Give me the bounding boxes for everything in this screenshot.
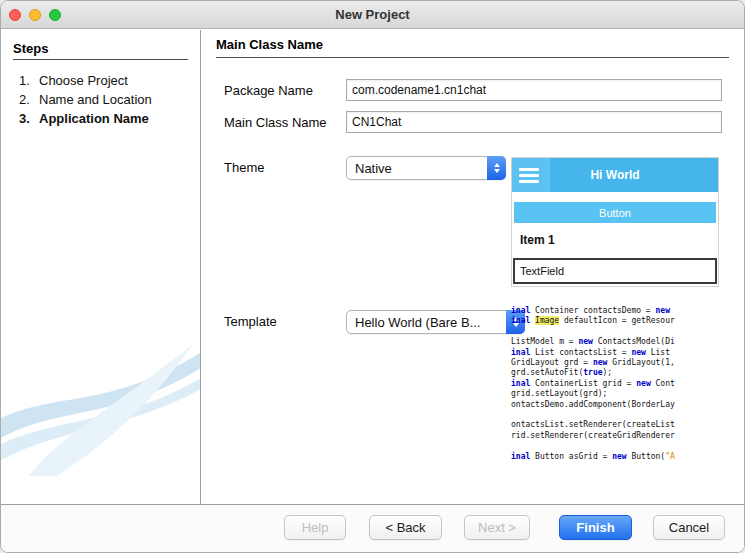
new-project-window: New Project Steps 1.Choose Project2.Name… xyxy=(0,0,745,553)
main-class-name-label: Main Class Name xyxy=(224,112,327,134)
traffic-lights xyxy=(9,1,61,28)
theme-label: Theme xyxy=(224,157,264,179)
code-line: inal Image defaultIcon = getResour xyxy=(511,316,744,326)
preview-list-item: Item 1 xyxy=(512,223,718,258)
code-line: grid.setLayout(grd); xyxy=(511,389,744,399)
code-line: ontactsDemo.addComponent(BorderLay xyxy=(511,400,744,410)
code-line: inal List contactsList = new List xyxy=(511,348,744,358)
code-line: grd.setAutoFit(true); xyxy=(511,368,744,378)
steps-panel: Steps 1.Choose Project2.Name and Locatio… xyxy=(1,30,201,504)
cancel-button[interactable]: Cancel xyxy=(653,515,725,540)
code-line: inal Button asGrid = new Button("A xyxy=(511,452,744,462)
code-line: GridLayout grd = new GridLayout(1, xyxy=(511,358,744,368)
preview-button: Button xyxy=(514,202,716,223)
package-name-label: Package Name xyxy=(224,80,313,102)
code-line: ontactsList.setRenderer(createList xyxy=(511,420,744,430)
code-line: rid.setRenderer(createGridRenderer xyxy=(511,431,744,441)
titlebar: New Project xyxy=(1,1,744,29)
code-line: ListModel m = new ContactsModel(Di xyxy=(511,337,744,347)
zoom-icon[interactable] xyxy=(49,9,61,21)
hamburger-menu-icon xyxy=(512,158,550,192)
window-title: New Project xyxy=(335,7,409,22)
theme-preview: Hi World Button Item 1 TextField xyxy=(511,157,719,287)
step-item: 1.Choose Project xyxy=(1,72,200,91)
preview-title: Hi World xyxy=(590,168,639,182)
code-preview: inal Container contactsDemo = new inal I… xyxy=(511,306,744,468)
template-select[interactable]: Hello World (Bare B... xyxy=(346,310,525,334)
package-name-input[interactable] xyxy=(346,79,722,101)
steps-divider xyxy=(13,59,188,60)
code-line xyxy=(511,441,744,451)
step-item: 2.Name and Location xyxy=(1,91,200,110)
next-button[interactable]: Next > xyxy=(464,515,530,540)
code-line xyxy=(511,327,744,337)
main-divider xyxy=(216,57,729,58)
preview-titlebar: Hi World xyxy=(512,158,718,192)
steps-heading: Steps xyxy=(13,41,188,56)
watermark-swoosh-graphic xyxy=(1,326,201,476)
code-line: inal ContainerList grid = new Cont xyxy=(511,379,744,389)
code-line xyxy=(511,410,744,420)
page-title: Main Class Name xyxy=(216,37,323,52)
step-item: 3.Application Name xyxy=(1,110,200,129)
theme-selected-value: Native xyxy=(347,161,487,176)
code-line: inal Container contactsDemo = new xyxy=(511,306,744,316)
steps-list: 1.Choose Project2.Name and Location3.App… xyxy=(1,72,200,129)
main-class-name-input[interactable] xyxy=(346,111,722,133)
footer-bar: Help < Back Next > Finish Cancel xyxy=(1,504,744,552)
minimize-icon[interactable] xyxy=(29,9,41,21)
main-panel: Main Class Name Package Name Main Class … xyxy=(202,30,744,504)
theme-select[interactable]: Native xyxy=(346,156,506,180)
finish-button[interactable]: Finish xyxy=(559,515,632,540)
chevron-up-down-icon xyxy=(487,156,506,180)
template-label: Template xyxy=(224,311,277,333)
preview-textfield: TextField xyxy=(513,258,717,284)
dialog-body: Steps 1.Choose Project2.Name and Locatio… xyxy=(1,30,744,504)
back-button[interactable]: < Back xyxy=(369,515,442,540)
help-button[interactable]: Help xyxy=(284,515,346,540)
template-selected-value: Hello World (Bare B... xyxy=(347,315,506,330)
close-icon[interactable] xyxy=(9,9,21,21)
